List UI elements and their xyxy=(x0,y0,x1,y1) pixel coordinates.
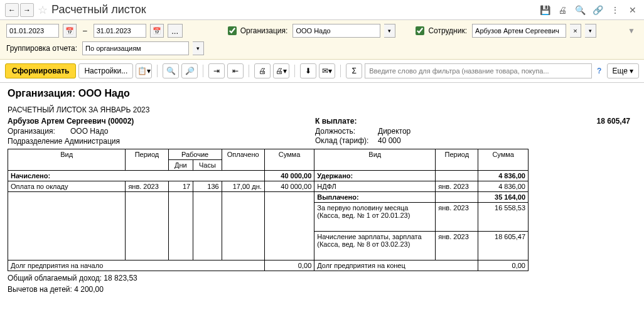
emp-clear-icon[interactable]: × xyxy=(570,24,581,38)
print-button[interactable]: 🖨 xyxy=(254,63,271,78)
tax-income: Общий облагаемый доход: 18 823,53 xyxy=(8,274,636,282)
org-label: Организация: xyxy=(240,26,288,35)
search-input[interactable] xyxy=(365,63,591,78)
more-icon[interactable]: ⋮ xyxy=(609,4,621,16)
group-combo[interactable]: По организациям xyxy=(82,41,189,55)
save-icon[interactable]: 💾 xyxy=(539,4,551,16)
group-label: Группировка отчета: xyxy=(6,44,77,53)
copy-settings-icon[interactable]: 📋▾ xyxy=(136,63,152,78)
date-from-input[interactable] xyxy=(6,24,59,38)
deductions: Вычетов на детей: 4 200,00 xyxy=(8,285,636,294)
expand-icon[interactable]: ⇥ xyxy=(208,63,225,78)
help-icon[interactable]: ? xyxy=(594,67,604,75)
more-button[interactable]: Еще ▾ xyxy=(607,63,639,78)
find-icon[interactable]: 🔍 xyxy=(163,63,179,78)
back-button[interactable]: ← xyxy=(5,3,19,17)
group-dropdown-icon[interactable]: ▾ xyxy=(193,41,204,55)
org-title: Организация: ООО Надо xyxy=(8,88,636,99)
date-from-picker[interactable]: 📅 xyxy=(63,24,77,38)
org-combo[interactable]: ООО Надо xyxy=(292,24,380,38)
emp-label: Сотрудник: xyxy=(428,26,467,35)
email-icon[interactable]: ✉▾ xyxy=(319,63,335,78)
page-title: Расчетный листок xyxy=(51,3,539,16)
link-icon[interactable]: 🔗 xyxy=(591,4,604,16)
print-icon[interactable]: 🖨 xyxy=(556,4,569,16)
payslip-table: Вид Период Рабочие Оплачено Сумма Вид Пе… xyxy=(8,149,529,271)
print-dropdown-icon[interactable]: 🖨▾ xyxy=(273,63,289,78)
settings-button[interactable]: Настройки... xyxy=(78,63,133,78)
forward-button[interactable]: → xyxy=(20,3,34,17)
find-next-icon[interactable]: 🔎 xyxy=(181,63,198,78)
favorite-icon[interactable]: ☆ xyxy=(38,3,48,17)
filter-icon[interactable]: ▼ xyxy=(625,24,638,37)
sum-icon[interactable]: Σ xyxy=(346,63,362,78)
emp-combo[interactable]: Арбузов Артем Сергеевич xyxy=(472,24,566,38)
date-to-input[interactable] xyxy=(94,24,146,38)
emp-dropdown-icon[interactable]: ▾ xyxy=(585,24,596,38)
save-button[interactable]: ⬇ xyxy=(300,63,316,78)
org-dropdown-icon[interactable]: ▾ xyxy=(384,24,395,38)
collapse-icon[interactable]: ⇤ xyxy=(227,63,244,78)
close-icon[interactable]: ✕ xyxy=(626,4,639,16)
report-header: РАСЧЕТНЫЙ ЛИСТОК ЗА ЯНВАРЬ 2023 xyxy=(8,105,636,114)
org-checkbox[interactable] xyxy=(228,26,237,35)
form-button[interactable]: Сформировать xyxy=(5,63,76,78)
employee-name: Арбузов Артем Сергеевич (00002) xyxy=(8,117,315,126)
preview-icon[interactable]: 🔍 xyxy=(574,4,586,16)
date-to-picker[interactable]: 📅 xyxy=(150,24,164,38)
emp-checkbox[interactable] xyxy=(416,26,424,35)
date-range-button[interactable]: ... xyxy=(168,24,183,38)
